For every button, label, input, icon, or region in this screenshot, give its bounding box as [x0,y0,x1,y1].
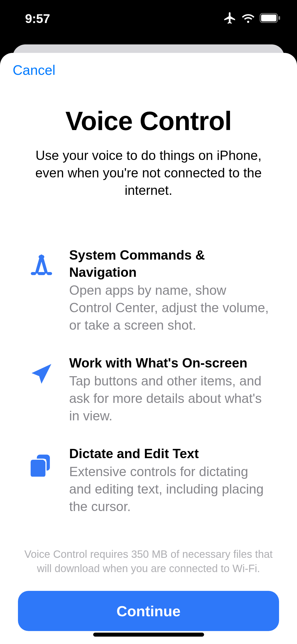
svg-rect-1 [261,15,276,21]
features-list: System Commands & Navigation Open apps b… [18,247,279,515]
content: Voice Control Use your voice to do thing… [0,87,297,644]
cancel-button[interactable]: Cancel [13,62,55,78]
feature-title: Work with What's On-screen [69,355,270,372]
feature-item: Dictate and Edit Text Extensive controls… [27,445,270,515]
onboarding-sheet: Cancel Voice Control Use your voice to d… [0,53,297,644]
feature-text: Dictate and Edit Text Extensive controls… [69,445,270,515]
nav-bar: Cancel [0,53,297,87]
feature-text: Work with What's On-screen Tap buttons a… [69,355,270,425]
clipboard-icon [27,450,56,479]
airplane-mode-icon [223,11,237,26]
home-indicator[interactable] [93,633,204,637]
battery-icon [260,13,281,24]
svg-rect-2 [279,16,280,20]
status-time: 9:57 [25,11,50,26]
page-subtitle: Use your voice to do things on iPhone, e… [18,147,279,199]
svg-rect-5 [47,272,52,275]
continue-button[interactable]: Continue [18,591,279,631]
feature-title: Dictate and Edit Text [69,445,270,462]
paperplane-icon [27,359,56,388]
status-bar: 9:57 [0,0,297,37]
wifi-icon [242,13,255,24]
feature-item: System Commands & Navigation Open apps b… [27,247,270,334]
download-note: Voice Control requires 350 MB of necessa… [18,547,279,576]
svg-rect-3 [31,272,36,275]
feature-desc: Open apps by name, show Control Center, … [69,282,270,334]
svg-rect-4 [38,272,45,275]
feature-desc: Extensive controls for dictating and edi… [69,463,270,515]
status-icons [223,11,281,26]
page-title: Voice Control [18,106,279,136]
feature-item: Work with What's On-screen Tap buttons a… [27,355,270,425]
feature-title: System Commands & Navigation [69,247,270,281]
svg-point-7 [41,255,44,259]
appstore-icon [27,251,56,280]
feature-desc: Tap buttons and other items, and ask for… [69,372,270,425]
feature-text: System Commands & Navigation Open apps b… [69,247,270,334]
